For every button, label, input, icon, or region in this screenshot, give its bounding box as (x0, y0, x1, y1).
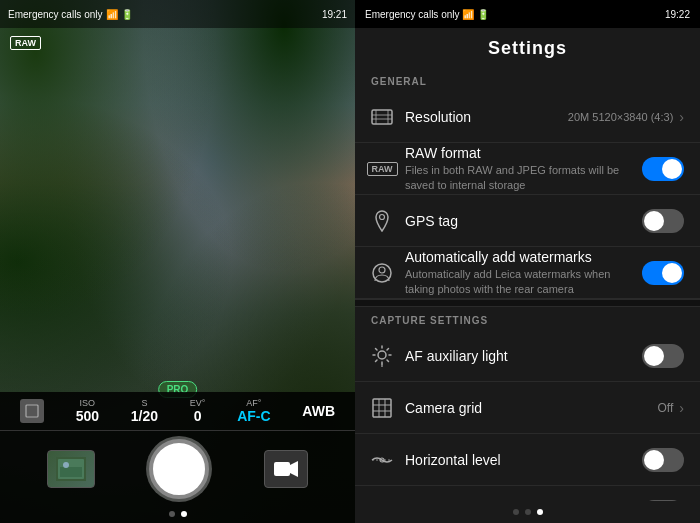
svg-point-15 (378, 351, 386, 359)
watermarks-right (642, 261, 684, 285)
iso-setting[interactable]: ISO 500 (76, 398, 99, 424)
awb-setting[interactable]: AWB (302, 403, 335, 419)
shutter-label: S (141, 398, 147, 408)
gps-tag-right (642, 209, 684, 233)
shutter-inner (157, 447, 201, 491)
raw-format-toggle[interactable] (642, 157, 684, 181)
af-auxiliary-item[interactable]: AF auxiliary light (355, 330, 700, 382)
resolution-content: Resolution (405, 109, 556, 125)
shutter-value: 1/20 (131, 408, 158, 424)
camera-grid-chevron-icon: › (679, 400, 684, 416)
svg-point-4 (63, 462, 69, 468)
camera-grid-content: Camera grid (405, 400, 646, 416)
svg-rect-5 (274, 462, 290, 476)
svg-rect-7 (372, 110, 392, 124)
iso-value: 500 (76, 408, 99, 424)
bottom-dot-3 (537, 509, 543, 515)
horizontal-level-right (642, 448, 684, 472)
resolution-icon (371, 106, 393, 128)
svg-rect-3 (60, 467, 82, 477)
settings-title-bar: Settings (355, 28, 700, 68)
raw-format-right (642, 157, 684, 181)
ev-value: 0 (194, 408, 202, 424)
gps-tag-content: GPS tag (405, 213, 630, 229)
svg-point-12 (380, 214, 385, 219)
gps-tag-item[interactable]: GPS tag (355, 195, 700, 247)
section-divider (355, 299, 700, 307)
camera-controls-row (0, 431, 355, 507)
bottom-dot-2 (525, 509, 531, 515)
resolution-chevron-icon: › (679, 109, 684, 125)
gps-tag-title: GPS tag (405, 213, 630, 229)
af-auxiliary-right (642, 344, 684, 368)
svg-point-14 (379, 267, 385, 273)
shutter-button[interactable] (149, 439, 209, 499)
watermarks-item[interactable]: Automatically add watermarks Automatical… (355, 247, 700, 299)
camera-bottom-bar: ISO 500 S 1/20 EV° 0 AF° AF-C AWB (0, 392, 355, 523)
svg-line-20 (376, 348, 378, 350)
gps-tag-icon (371, 210, 393, 232)
thumbnail-button[interactable] (47, 450, 95, 488)
settings-bottom-dots (355, 501, 700, 523)
settings-panel: Emergency calls only 📶 🔋 19:22 Settings … (355, 0, 700, 523)
emergency-calls-right: Emergency calls only 📶 🔋 (365, 9, 489, 20)
af-value: AF-C (237, 408, 270, 424)
svg-rect-25 (373, 399, 391, 417)
camera-viewfinder: Emergency calls only 📶 🔋 19:21 RAW PRO I… (0, 0, 355, 523)
bottom-dot-1 (513, 509, 519, 515)
watermarks-icon (371, 262, 393, 284)
ev-label: EV° (190, 398, 206, 408)
resolution-title: Resolution (405, 109, 556, 125)
horizontal-level-icon (371, 449, 393, 471)
shutter-setting[interactable]: S 1/20 (131, 398, 158, 424)
camera-dots-row (0, 507, 355, 523)
watermarks-title: Automatically add watermarks (405, 249, 630, 265)
resolution-item[interactable]: Resolution 20M 5120×3840 (4:3) › (355, 91, 700, 143)
resolution-right: 20M 5120×3840 (4:3) › (568, 109, 684, 125)
settings-title: Settings (488, 38, 567, 59)
camera-dot-2 (181, 511, 187, 517)
gallery-icon (20, 399, 44, 423)
camera-grid-value: Off (658, 401, 674, 415)
af-auxiliary-toggle[interactable] (642, 344, 684, 368)
mute-item[interactable]: Mute (355, 486, 700, 501)
svg-line-23 (376, 360, 378, 362)
camera-grid-icon (371, 397, 393, 419)
gps-tag-toggle[interactable] (642, 209, 684, 233)
camera-grid-title: Camera grid (405, 400, 646, 416)
horizontal-level-item[interactable]: Horizontal level (355, 434, 700, 486)
settings-status-bar: Emergency calls only 📶 🔋 19:22 (355, 0, 700, 28)
raw-format-icon: RAW (371, 158, 393, 180)
time-left: 19:21 (322, 9, 347, 20)
raw-format-content: RAW format Files in both RAW and JPEG fo… (405, 145, 630, 192)
raw-format-title: RAW format (405, 145, 630, 161)
camera-grid-item[interactable]: Camera grid Off › (355, 382, 700, 434)
raw-format-subtitle: Files in both RAW and JPEG formats will … (405, 163, 630, 192)
video-button[interactable] (264, 450, 308, 488)
ev-setting[interactable]: EV° 0 (190, 398, 206, 424)
resolution-value: 20M 5120×3840 (4:3) (568, 111, 674, 123)
raw-badge-camera: RAW (10, 36, 41, 50)
af-auxiliary-content: AF auxiliary light (405, 348, 630, 364)
emergency-calls-left: Emergency calls only 📶 🔋 (8, 9, 133, 20)
svg-line-22 (387, 348, 389, 350)
af-label: AF° (246, 398, 261, 408)
settings-content[interactable]: GENERAL Resolution 20M 5120×3840 (4:3) › (355, 68, 700, 501)
camera-dot-1 (169, 511, 175, 517)
raw-format-item[interactable]: RAW RAW format Files in both RAW and JPE… (355, 143, 700, 195)
horizontal-level-title: Horizontal level (405, 452, 630, 468)
horizontal-level-toggle[interactable] (642, 448, 684, 472)
camera-settings-row: ISO 500 S 1/20 EV° 0 AF° AF-C AWB (0, 392, 355, 431)
af-setting[interactable]: AF° AF-C (237, 398, 270, 424)
watermarks-toggle[interactable] (642, 261, 684, 285)
watermarks-subtitle: Automatically add Leica watermarks when … (405, 267, 630, 296)
capture-section-header: CAPTURE SETTINGS (355, 307, 700, 330)
svg-rect-0 (26, 405, 38, 417)
awb-value: AWB (302, 403, 335, 419)
camera-grid-right: Off › (658, 400, 684, 416)
watermarks-content: Automatically add watermarks Automatical… (405, 249, 630, 296)
af-auxiliary-icon (371, 345, 393, 367)
camera-status-bar: Emergency calls only 📶 🔋 19:21 (0, 0, 355, 28)
af-auxiliary-title: AF auxiliary light (405, 348, 630, 364)
svg-line-21 (387, 360, 389, 362)
